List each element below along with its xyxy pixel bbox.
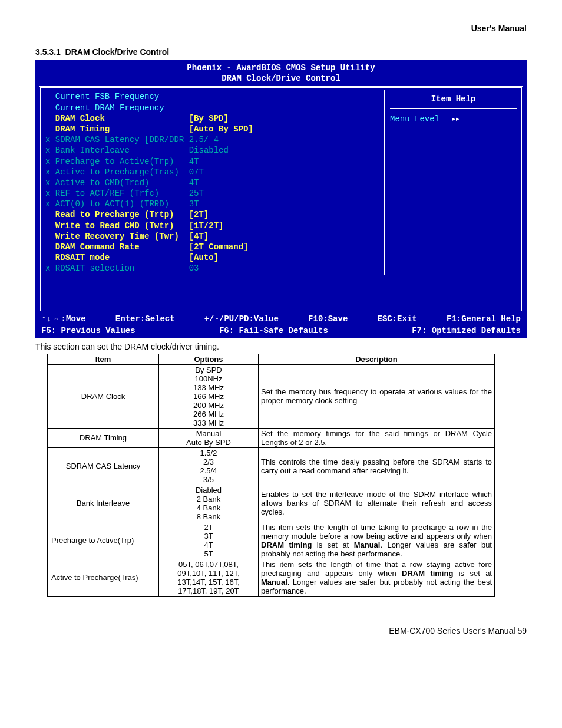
cell-description: Set the memory timings for the said timi…	[259, 428, 495, 447]
bios-setting-row: x RDSAIT selection 03	[45, 263, 379, 274]
table-header-row: Item Options Description	[48, 354, 495, 364]
setting-value: [2T]	[189, 210, 209, 219]
bios-setting-row: DRAM Clock [By SPD]	[45, 113, 379, 124]
setting-prefix	[45, 124, 55, 134]
hint-value: +/-/PU/PD:Value	[204, 314, 279, 324]
setting-label: Write to Read CMD (Twtr)	[55, 221, 174, 230]
setting-value: [4T]	[189, 232, 209, 241]
setting-label: RDSAIT mode	[55, 253, 110, 262]
setting-label: Bank Interleave	[55, 146, 130, 155]
hint-help: F1:General Help	[447, 314, 521, 324]
bios-setting-row: x Bank Interleave Disabled	[45, 145, 379, 156]
setting-prefix: x	[45, 263, 55, 273]
bios-setting-row: x SDRAM CAS Latency [DDR/DDR 2.5/ 4	[45, 134, 379, 145]
bios-screen: Phoenix - AwardBIOS CMOS Setup Utility D…	[35, 60, 527, 338]
caption-text: This section can set the DRAM clock/driv…	[35, 342, 527, 351]
page-header: User's Manual	[35, 24, 527, 33]
hint-save: F10:Save	[308, 314, 348, 324]
setting-prefix: x	[45, 199, 55, 209]
item-help-title: Item Help	[390, 91, 517, 108]
setting-value: 03	[189, 263, 199, 273]
bios-subtitle: DRAM Clock/Drive Control	[39, 73, 523, 84]
cell-options: ManualAuto By SPD	[159, 428, 259, 447]
cell-options: Diabled2 Bank4 Bank8 Bank	[159, 485, 259, 522]
menu-level-label: Menu Level	[390, 114, 439, 124]
cell-options: By SPD100NHz133 MHz166 MHz200 MHz266 MHz…	[159, 364, 259, 428]
options-table: Item Options Description DRAM ClockBy SP…	[47, 354, 495, 597]
bios-setting-row: DRAM Command Rate [2T Command]	[45, 242, 379, 252]
setting-label: ACT(0) to ACT(1) (TRRD)	[55, 199, 169, 209]
setting-value: 4T	[189, 157, 199, 166]
cell-options: 1.5/22/32.5/43/5	[159, 447, 259, 485]
cell-item: Bank Interleave	[48, 485, 159, 522]
table-row: Bank InterleaveDiabled2 Bank4 Bank8 Bank…	[48, 485, 495, 522]
setting-label: DRAM Clock	[55, 114, 105, 123]
cell-options: 2T3T4T5T	[159, 522, 259, 559]
setting-label: Current FSB Frequency	[55, 92, 159, 101]
setting-value: [Auto By SPD]	[189, 124, 253, 134]
bios-setting-row: x Active to CMD(Trcd) 4T	[45, 177, 379, 188]
menu-level: Menu Level▸▸	[390, 114, 517, 124]
bios-help-panel: Item Help Menu Level▸▸	[385, 90, 521, 275]
table-row: SDRAM CAS Latency1.5/22/32.5/43/5This co…	[48, 447, 495, 485]
setting-prefix	[45, 103, 55, 113]
bios-setting-row: Current FSB Frequency	[45, 91, 379, 102]
section-number: 3.5.3.1	[35, 47, 61, 57]
bios-setting-row: Read to Precharge (Trtp) [2T]	[45, 209, 379, 220]
setting-value: Disabled	[189, 146, 229, 155]
setting-label: Active to Precharge(Tras)	[55, 167, 179, 177]
setting-value: [2T Command]	[189, 242, 249, 252]
bios-setting-row: RDSAIT mode [Auto]	[45, 252, 379, 263]
table-row: Active to Precharge(Tras)05T, 06T,07T,08…	[48, 559, 495, 596]
setting-label: SDRAM CAS Latency [DDR/DDR	[55, 135, 184, 144]
cell-description: This item sets the length of time that a…	[259, 559, 495, 596]
setting-prefix: x	[45, 189, 55, 198]
setting-prefix	[45, 242, 55, 252]
bios-setting-row: Current DRAM Frequency	[45, 103, 379, 113]
hint-failsafe: F6: Fail-Safe Defaults	[219, 325, 328, 336]
cell-item: SDRAM CAS Latency	[48, 447, 159, 485]
setting-value: [Auto]	[189, 253, 219, 262]
col-item: Item	[48, 354, 159, 364]
bios-setting-row: DRAM Timing [Auto By SPD]	[45, 124, 379, 134]
page-footer: EBM-CX700 Series User's Manual 59	[35, 626, 527, 635]
bios-frame: Current FSB Frequency Current DRAM Frequ…	[39, 86, 523, 312]
setting-label: REF to ACT/REF (Trfc)	[55, 189, 159, 198]
setting-prefix	[45, 221, 55, 230]
setting-value: 25T	[189, 189, 204, 198]
bios-setting-row: x Active to Precharge(Tras) 07T	[45, 167, 379, 177]
hint-optimized: F7: Optimized Defaults	[412, 325, 521, 336]
bios-setting-row: Write Recovery Time (Twr) [4T]	[45, 231, 379, 242]
bios-setting-row: x Precharge to Active(Trp) 4T	[45, 156, 379, 167]
col-description: Description	[259, 354, 495, 364]
setting-label: Read to Precharge (Trtp)	[55, 210, 174, 219]
bios-footer-row-2: F5: Previous Values F6: Fail-Safe Defaul…	[39, 324, 523, 336]
bios-setting-row: x REF to ACT/REF (Trfc) 25T	[45, 188, 379, 199]
setting-label: Active to CMD(Trcd)	[55, 178, 150, 187]
setting-label: DRAM Command Rate	[55, 242, 140, 252]
cell-item: DRAM Timing	[48, 428, 159, 447]
setting-label: Write Recovery Time (Twr)	[55, 232, 179, 241]
setting-prefix	[45, 232, 55, 241]
section-title: DRAM Clock/Drive Control	[65, 47, 170, 57]
table-row: DRAM ClockBy SPD100NHz133 MHz166 MHz200 …	[48, 364, 495, 428]
setting-prefix	[45, 114, 55, 123]
setting-label: RDSAIT selection	[55, 263, 134, 273]
setting-value: 2.5/ 4	[189, 135, 219, 144]
bios-setting-row: Write to Read CMD (Twtr) [1T/2T]	[45, 220, 379, 231]
section-heading: 3.5.3.1 DRAM Clock/Drive Control	[35, 47, 527, 57]
setting-value: 4T	[189, 178, 199, 187]
cell-description: This item sets the length of time taking…	[259, 522, 495, 559]
hint-prev-values: F5: Previous Values	[41, 325, 135, 336]
cell-description: Enables to set the interleave mode of th…	[259, 485, 495, 522]
cell-item: Precharge to Active(Trp)	[48, 522, 159, 559]
setting-value: 07T	[189, 167, 204, 177]
setting-prefix	[45, 210, 55, 219]
table-row: DRAM TimingManualAuto By SPDSet the memo…	[48, 428, 495, 447]
setting-value: 3T	[189, 199, 199, 209]
setting-prefix	[45, 253, 55, 262]
setting-prefix: x	[45, 146, 55, 155]
cell-options: 05T, 06T,07T,08T,09T,10T, 11T, 12T,13T,1…	[159, 559, 259, 596]
table-row: Precharge to Active(Trp)2T3T4T5TThis ite…	[48, 522, 495, 559]
bios-setting-row: x ACT(0) to ACT(1) (TRRD) 3T	[45, 199, 379, 209]
